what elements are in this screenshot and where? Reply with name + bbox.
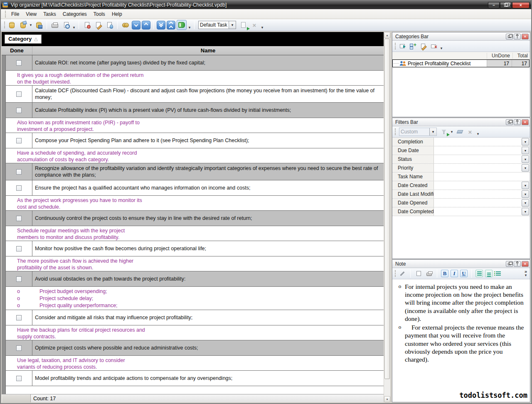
panel-restore-button[interactable] bbox=[506, 119, 513, 125]
task-row[interactable]: Compose your Project Spending Plan and a… bbox=[6, 133, 384, 148]
panel-close-button[interactable]: × bbox=[522, 261, 529, 267]
task-checkbox[interactable] bbox=[16, 276, 22, 282]
task-checkbox[interactable] bbox=[16, 169, 22, 175]
panel-restore-button[interactable] bbox=[506, 261, 513, 267]
filter-dropdown-button[interactable]: ▾ bbox=[522, 208, 529, 215]
task-checkbox[interactable] bbox=[16, 376, 22, 381]
task-row[interactable]: Ensure the project has a qualified accou… bbox=[6, 180, 384, 196]
panel-pin-button[interactable] bbox=[514, 34, 521, 39]
vertical-scrollbar[interactable]: ▲ ▼ bbox=[384, 32, 390, 402]
task-row[interactable]: Calculate ROI: net income (after paying … bbox=[6, 55, 384, 71]
filter-dropdown-button[interactable]: ▾ bbox=[522, 155, 529, 163]
task-checkbox[interactable] bbox=[16, 91, 22, 97]
apply-filter-button[interactable] bbox=[440, 128, 448, 136]
underline-button[interactable]: U bbox=[460, 270, 468, 277]
paste-task-button[interactable] bbox=[104, 20, 114, 30]
column-header-total[interactable]: Total bbox=[512, 53, 530, 59]
task-checkbox[interactable] bbox=[16, 315, 22, 320]
open-dropdown-icon[interactable]: ▾ bbox=[29, 23, 32, 27]
edit-category-button[interactable] bbox=[419, 42, 427, 50]
panel-close-button[interactable]: × bbox=[522, 119, 529, 125]
insert-link-button[interactable] bbox=[398, 269, 406, 278]
panel-restore-button[interactable] bbox=[506, 34, 513, 39]
note-preview-button[interactable] bbox=[414, 269, 423, 278]
column-header-name[interactable]: Name bbox=[32, 46, 384, 55]
new-checklist-button[interactable] bbox=[398, 42, 406, 50]
task-row[interactable]: Avoid usual obstacles on the path toward… bbox=[6, 271, 384, 287]
menu-item-view[interactable]: View bbox=[22, 10, 40, 19]
toolbar-overflow-icon[interactable]: ▾ bbox=[261, 25, 264, 30]
task-checkbox[interactable] bbox=[16, 216, 22, 221]
task-checkbox[interactable] bbox=[16, 345, 22, 351]
scroll-up-button[interactable]: ▲ bbox=[384, 32, 390, 38]
task-row[interactable]: Calculate DCF (Discounted Cash Flow) - d… bbox=[6, 86, 384, 103]
task-checkbox[interactable] bbox=[16, 246, 22, 251]
task-row[interactable]: Optimize project costs where possible an… bbox=[6, 340, 384, 356]
task-row[interactable]: Calculate Profitability index (PI) which… bbox=[6, 103, 384, 118]
task-row[interactable]: Model profitability trends and anticipat… bbox=[6, 371, 384, 386]
categories-toolbar-overflow-icon[interactable]: ▾ bbox=[440, 46, 443, 50]
note-toolbar-overflow-icon[interactable]: ▾ bbox=[524, 273, 527, 277]
task-row[interactable]: Continuously control the project costs t… bbox=[6, 211, 384, 226]
panel-pin-button[interactable] bbox=[514, 119, 521, 125]
category-sort-button[interactable]: Category △ bbox=[5, 34, 42, 44]
delete-filter-button[interactable]: × bbox=[466, 128, 474, 136]
bullet-list-button[interactable] bbox=[495, 270, 502, 277]
filter-dropdown-icon[interactable]: ▾ bbox=[450, 130, 453, 134]
align-left-button[interactable] bbox=[475, 270, 483, 277]
menu-item-help[interactable]: Help bbox=[108, 10, 126, 19]
task-type-combobox[interactable]: Default Task ▾ bbox=[198, 21, 236, 29]
panel-close-button[interactable]: × bbox=[522, 34, 529, 39]
note-print-button[interactable] bbox=[425, 269, 433, 278]
filter-preset-dropdown-button[interactable]: ▾ bbox=[429, 128, 436, 135]
task-row[interactable]: Monitor how positive the cash flow becom… bbox=[6, 241, 384, 256]
notes-view-button[interactable] bbox=[177, 20, 187, 30]
task-checkbox[interactable] bbox=[16, 108, 22, 113]
scrollbar-thumb[interactable] bbox=[384, 39, 390, 379]
open-database-button[interactable] bbox=[18, 20, 28, 30]
task-type-dropdown-button[interactable]: ▾ bbox=[229, 21, 236, 29]
menu-item-categories[interactable]: Categories bbox=[59, 10, 90, 19]
menu-item-tasks[interactable]: Tasks bbox=[40, 10, 59, 19]
move-to-bottom-button[interactable] bbox=[157, 21, 165, 30]
apply-task-type-button[interactable] bbox=[238, 20, 248, 30]
close-button[interactable]: × bbox=[512, 2, 530, 8]
italic-button[interactable]: I bbox=[451, 270, 458, 277]
column-header-undone[interactable]: UnDone bbox=[487, 53, 512, 59]
print-dropdown-icon[interactable]: ▾ bbox=[72, 25, 76, 30]
delete-task-type-button[interactable]: × bbox=[249, 20, 259, 30]
category-row[interactable]: Project Profitability Checklist 17 17 bbox=[392, 59, 530, 67]
filter-dropdown-button[interactable]: ▾ bbox=[522, 147, 529, 154]
restore-button[interactable] bbox=[500, 2, 512, 8]
task-checkbox[interactable] bbox=[16, 185, 22, 191]
save-database-button[interactable] bbox=[34, 20, 44, 30]
minimize-button[interactable]: – bbox=[488, 2, 500, 8]
move-up-button[interactable] bbox=[142, 21, 150, 30]
find-task-button[interactable] bbox=[121, 20, 131, 30]
new-category-button[interactable] bbox=[409, 42, 417, 50]
note-content[interactable]: o For internal projects you need to make… bbox=[392, 279, 530, 402]
column-header-done[interactable]: Done bbox=[2, 46, 32, 55]
edit-task-button[interactable] bbox=[93, 20, 103, 30]
filters-toolbar-overflow-icon[interactable]: ▾ bbox=[476, 132, 480, 136]
bold-button[interactable]: B bbox=[441, 270, 448, 277]
panel-pin-button[interactable] bbox=[514, 261, 521, 267]
move-down-button[interactable] bbox=[132, 21, 140, 30]
notes-dropdown-icon[interactable]: ▾ bbox=[188, 25, 191, 30]
scroll-down-button[interactable]: ▼ bbox=[384, 396, 390, 402]
task-row[interactable]: Consider and mitigate all risks that may… bbox=[6, 310, 384, 325]
task-checkbox[interactable] bbox=[16, 60, 22, 66]
filter-dropdown-button[interactable]: ▾ bbox=[522, 138, 529, 145]
new-database-button[interactable] bbox=[7, 20, 17, 30]
delete-category-button[interactable] bbox=[429, 42, 438, 50]
align-right-button[interactable] bbox=[485, 270, 493, 277]
clear-filter-button[interactable] bbox=[456, 128, 464, 136]
menu-item-file[interactable]: File bbox=[8, 10, 22, 19]
filter-dropdown-button[interactable]: ▾ bbox=[522, 190, 529, 198]
filter-dropdown-button[interactable]: ▾ bbox=[522, 164, 529, 172]
print-preview-button[interactable] bbox=[61, 20, 71, 30]
menu-item-tools[interactable]: Tools bbox=[90, 10, 108, 19]
add-task-button[interactable] bbox=[82, 20, 92, 30]
task-row[interactable]: Recognize allowance of the profitability… bbox=[6, 163, 384, 180]
print-button[interactable] bbox=[50, 20, 60, 30]
